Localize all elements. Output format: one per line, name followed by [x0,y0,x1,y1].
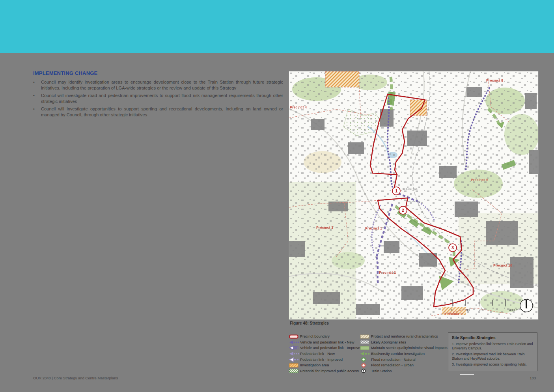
legend-item: Pedestrian link - New [289,351,359,357]
precinct-boundary-icon [289,334,300,339]
public-access-icon [289,369,300,373]
bullet-glyph: • [33,93,41,105]
pedestrian-link-improved-icon [289,357,300,362]
svg-text:2: 2 [402,208,404,213]
footer-divider [33,374,537,374]
legend-item: Maintain scenic quality/minimise visual … [360,345,447,351]
legend-item: Vehicle and pedestrian link - New [289,340,359,345]
svg-text:Precinct 8: Precinct 8 [486,78,503,82]
site-strategy-item: 2. Investigate improved road link betwee… [452,352,533,361]
svg-text:1: 1 [395,189,397,193]
bullet-glyph: • [33,106,41,118]
svg-text:Precinct 3: Precinct 3 [316,226,333,230]
footer-document-title: OUR 2040 | Core Strategy and Centre Mast… [33,376,118,380]
flood-natural-icon [360,357,371,362]
legend-item: Flood remediation - Urban [360,362,447,368]
bullet-item: • Council will investigate road and pede… [33,93,283,105]
scenic-quality-icon [360,346,371,350]
legend-item: Pedestrian link - Improved [289,357,359,362]
legend-item: Protect and reinforce rural characterist… [360,334,447,340]
svg-text:Precinct 1: Precinct 1 [365,226,382,230]
svg-text:Precinct 11: Precinct 11 [445,312,464,316]
bullet-glyph: • [33,79,41,91]
svg-text:3: 3 [451,245,454,250]
footer-page-number: 103 [530,376,536,380]
legend-item: Precinct boundary [289,334,359,340]
precinct-map: 1 2 3 Precinct 4 Precinct 8 Precinct 9 P… [289,71,538,319]
rural-character-icon [360,334,371,339]
svg-text:100: 100 [464,308,470,312]
legend-item: Train Station [360,368,447,374]
svg-text:200: 200 [479,308,484,312]
svg-text:Precinct 10: Precinct 10 [493,263,512,267]
bullet-text: Council will investigate road and pedest… [41,93,283,105]
flood-urban-icon [360,363,371,368]
content-column: IMPLEMENTING CHANGE • Council may identi… [33,70,283,119]
bullet-text: Council will investigate opportunities t… [41,106,283,118]
legend-item: Likely Aboriginal sites [360,340,447,345]
site-box-title: Site Specific Strategies [452,336,533,340]
vehicle-pedestrian-link-improved-icon [289,345,300,350]
north-arrow-icon [520,299,533,312]
bullet-item: • Council will investigate opportunities… [33,106,283,118]
legend-item: Flood remediation - Natural [360,357,447,362]
bullet-item: • Council may identify investigation are… [33,79,283,91]
train-station-icon [360,368,371,373]
svg-text:0: 0 [451,308,453,312]
page-title: IMPLEMENTING CHANGE [33,70,283,76]
biodiversity-corridor-icon [360,351,371,356]
pedestrian-link-new-icon [289,351,300,356]
legend-item: Investigation area [289,362,359,368]
legend-item: Potential for improved public access [289,368,359,374]
svg-text:Precinct 2: Precinct 2 [379,271,396,274]
aboriginal-sites-icon [360,340,371,344]
vehicle-pedestrian-link-new-icon [289,340,300,345]
site-strategy-item: 1. Improve pedestrian link between Train… [452,342,533,351]
figure-caption: Figure 48: Strategies [290,321,329,325]
legend-item: Biodiversity corridor investigation [360,351,447,357]
precinct-map-svg: 1 2 3 Precinct 4 Precinct 8 Precinct 9 P… [289,71,538,319]
legend-column-1: Precinct boundary Vehicle and pedestrian… [289,334,359,374]
site-specific-strategies-box: Site Specific Strategies 1. Improve pede… [448,332,537,371]
svg-text:400 m: 400 m [509,308,519,312]
footer-divider-notch [460,374,474,375]
svg-text:Precinct 9: Precinct 9 [471,178,488,182]
svg-text:Don Cook Way: Don Cook Way [406,200,420,203]
investigation-area-icon [289,363,300,368]
header-band [0,0,554,53]
bullet-text: Council may identify investigation areas… [41,79,283,91]
site-strategy-item: 3. Investigate improved access to sporti… [452,362,533,367]
legend-item: Vehicle and pedestrian link - Improved [289,345,359,351]
svg-text:Precinct 4: Precinct 4 [290,105,307,109]
svg-text:Bill Sohier Park: Bill Sohier Park [403,188,418,190]
legend-column-2: Protect and reinforce rural characterist… [360,334,447,374]
